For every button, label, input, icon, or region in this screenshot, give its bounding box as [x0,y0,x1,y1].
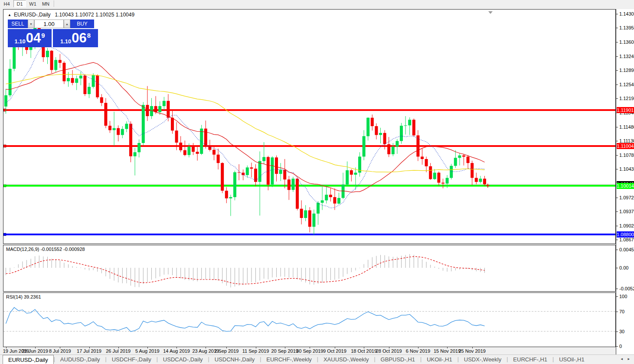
macd-histogram-bar [289,268,289,278]
macd-histogram-bar [14,267,14,268]
macd-histogram-bar [18,264,19,268]
rsi-panel: RSI(14) 39.2361 [3,292,616,347]
tab-eurchf-weekly[interactable]: EURCHF-,Weekly [261,355,317,364]
candle-body [329,195,332,197]
macd-histogram-bar [143,268,144,284]
ohlc-values: 1.10043 1.10072 1.10025 1.10049 [55,12,135,18]
macd-histogram-bar [172,268,173,275]
macd-histogram-bar [156,268,156,278]
tab-scroll-left-icon[interactable]: ◂ [621,357,623,361]
macd-histogram-bar [60,260,60,268]
volume-input[interactable]: 1.00 [34,20,64,28]
horizontal-line-1.08800[interactable] [3,234,615,235]
sell-price-point: 9 [41,30,45,39]
macd-histogram-bar [468,268,468,269]
tab-usdcad-daily[interactable]: USDCAD-,Daily [158,355,208,364]
sell-price-whole: 1.10 [14,38,25,45]
chart-title: ▲ EURUSD-,Daily 1.10043 1.10072 1.10025 … [8,12,134,18]
candle-body [167,101,170,118]
macd-histogram-bar [230,268,231,287]
timeframe-button-w1[interactable]: W1 [26,0,39,7]
tab-eurchf-h1[interactable]: EURCHF-,H1 [508,355,552,364]
candle-body [462,156,465,157]
tab-scroll-right-icon[interactable]: ▸ [627,357,630,361]
timeframe-button-d1[interactable]: D1 [13,0,26,7]
candle-body [192,146,195,152]
candle-body [308,210,311,227]
candle-body [450,166,453,178]
tab-usoil-h1[interactable]: USOil-,H1 [554,355,590,364]
tab-xauusd-weekly[interactable]: XAUUSD-,Weekly [318,355,374,364]
candle-body [354,173,357,175]
sell-button[interactable]: SELL [8,20,28,28]
timeframe-button-h4[interactable]: H4 [0,0,13,7]
candle-body [117,128,120,135]
sell-price-display[interactable]: 1.10 04 9 [8,29,52,47]
macd-histogram-bar [6,268,6,275]
candle-body [104,103,107,126]
candle-body [395,141,399,146]
price-tick-label: 1.09720 [619,195,634,200]
price-tick-label: 1.12540 [619,82,634,87]
macd-histogram-bar [176,268,177,277]
macd-histogram-bar [222,268,222,283]
macd-histogram-bar [135,268,135,287]
candle-body [125,124,128,129]
price-tick-label: 1.08670 [619,237,634,242]
macd-histogram-bar [89,268,89,270]
line-anchor-icon[interactable] [3,185,6,187]
candle-body [187,146,190,155]
tab-ukoil-h1[interactable]: UKOil-,H1 [422,355,458,364]
candle-body [129,124,132,156]
candle-body [262,157,265,161]
macd-histogram-bar [105,268,106,276]
volume-decrease-button[interactable]: ▼ [28,20,34,28]
price-axis[interactable]: 1.143001.139501.136001.132401.128901.125… [616,9,634,354]
tab-usdcnh-daily[interactable]: USDCNH-,Daily [209,355,260,364]
axis-tick-mark [616,141,618,141]
tab-eurusd-daily[interactable]: EURUSD-,Daily [3,355,54,364]
axis-tick-mark [616,211,618,212]
macd-histogram-bar [239,268,239,286]
macd-histogram-bar [97,268,98,272]
collapse-arrow-icon[interactable]: ▲ [8,13,11,17]
candle-body [183,150,186,155]
tab-usdx-weekly[interactable]: USDX-,Weekly [459,355,507,364]
date-label: 6 Nov 2019 [406,348,430,354]
macd-histogram-bar [422,260,422,268]
horizontal-line-1.10014[interactable] [3,185,615,187]
tab-audusd-daily[interactable]: AUDUSD-,Daily [55,355,105,364]
candle-body [83,76,86,94]
buy-price-display[interactable]: 1.10 06 8 [53,29,98,47]
tab-usdchf-daily[interactable]: USDCHF-,Daily [107,355,157,364]
macd-histogram-bar [451,268,451,271]
candle-body [317,203,320,214]
tab-gbpusd-h1[interactable]: GBPUSD-,H1 [376,355,420,364]
macd-canvas[interactable] [3,245,615,291]
macd-histogram-bar [218,268,219,281]
candle-body [271,157,274,185]
line-price-label: 1.10014 [617,183,634,189]
line-anchor-icon[interactable] [3,233,6,236]
horizontal-line-1.11004[interactable] [3,145,615,147]
macd-histogram-bar [214,268,214,280]
buy-button[interactable]: BUY [70,20,94,28]
line-anchor-icon[interactable] [3,145,6,147]
macd-histogram-bar [385,255,385,268]
date-label: 14 Aug 2019 [163,348,190,354]
macd-histogram-bar [310,268,310,284]
rsi-tick-label: 100 [619,294,627,299]
date-axis[interactable]: 19 Jun 201928 Jun 20198 Jul 201917 Jul 2… [3,347,616,354]
horizontal-line-1.11901[interactable] [3,109,615,111]
timeframe-button-mn[interactable]: MN [39,0,52,7]
volume-increase-button[interactable]: ▲ [64,20,70,28]
macd-histogram-bar [122,268,123,283]
macd-histogram-bar [351,268,352,272]
date-label: 8 Jul 2019 [49,348,71,354]
macd-histogram-bar [255,268,256,283]
candle-body [233,172,236,197]
macd-histogram-bar [85,268,85,270]
macd-histogram-bar [10,268,10,272]
rsi-canvas[interactable] [3,293,615,347]
chart-shift-marker-icon[interactable] [488,11,493,14]
